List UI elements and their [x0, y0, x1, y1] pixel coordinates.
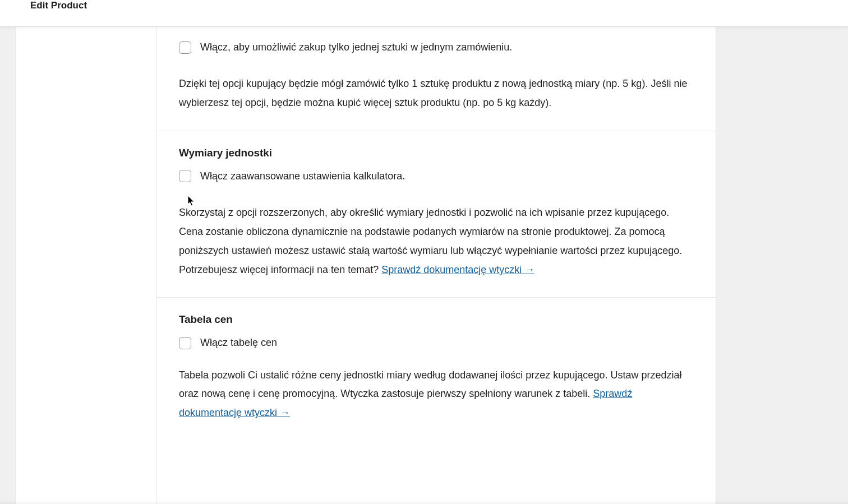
- unit-dimensions-description: Skorzystaj z opcji rozszerzonych, aby ok…: [179, 204, 693, 279]
- page-body: Włącz, aby umożliwić zakup tylko jednej …: [0, 27, 848, 504]
- single-quantity-description: Dzięki tej opcji kupujący będzie mógł za…: [179, 75, 693, 113]
- unit-dimensions-heading: Wymiary jednostki: [179, 147, 693, 159]
- unit-dimensions-checkbox[interactable]: [179, 170, 191, 182]
- unit-dimensions-section: Wymiary jednostki Włącz zaawansowane ust…: [156, 131, 716, 298]
- price-table-heading: Tabela cen: [179, 313, 693, 326]
- single-quantity-checkbox[interactable]: [179, 41, 191, 54]
- bottom-shadow: [0, 501, 848, 504]
- top-bar: Edit Product: [0, 0, 848, 27]
- price-table-section: Tabela cen Włącz tabelę cen Tabela pozwo…: [156, 297, 716, 441]
- page-title: Edit Product: [0, 0, 87, 11]
- single-quantity-section: Włącz, aby umożliwić zakup tylko jednej …: [156, 27, 716, 131]
- price-table-checkbox-label[interactable]: Włącz tabelę cen: [200, 336, 277, 350]
- single-quantity-checkbox-label[interactable]: Włącz, aby umożliwić zakup tylko jednej …: [200, 40, 512, 54]
- unit-dimensions-checkbox-label[interactable]: Włącz zaawansowane ustawienia kalkulator…: [200, 169, 405, 183]
- price-table-description: Tabela pozwoli Ci ustalić różne ceny jed…: [179, 366, 693, 423]
- price-table-checkbox-row: Włącz tabelę cen: [179, 336, 693, 350]
- unit-dimensions-checkbox-row: Włącz zaawansowane ustawienia kalkulator…: [179, 169, 693, 183]
- settings-content-column: Włącz, aby umożliwić zakup tylko jednej …: [156, 27, 716, 504]
- unit-dimensions-doc-link[interactable]: Sprawdź dokumentację wtyczki →: [381, 264, 534, 275]
- single-quantity-checkbox-row: Włącz, aby umożliwić zakup tylko jednej …: [179, 40, 693, 54]
- price-table-checkbox[interactable]: [179, 337, 191, 349]
- product-meta-panel: Włącz, aby umożliwić zakup tylko jednej …: [16, 27, 716, 504]
